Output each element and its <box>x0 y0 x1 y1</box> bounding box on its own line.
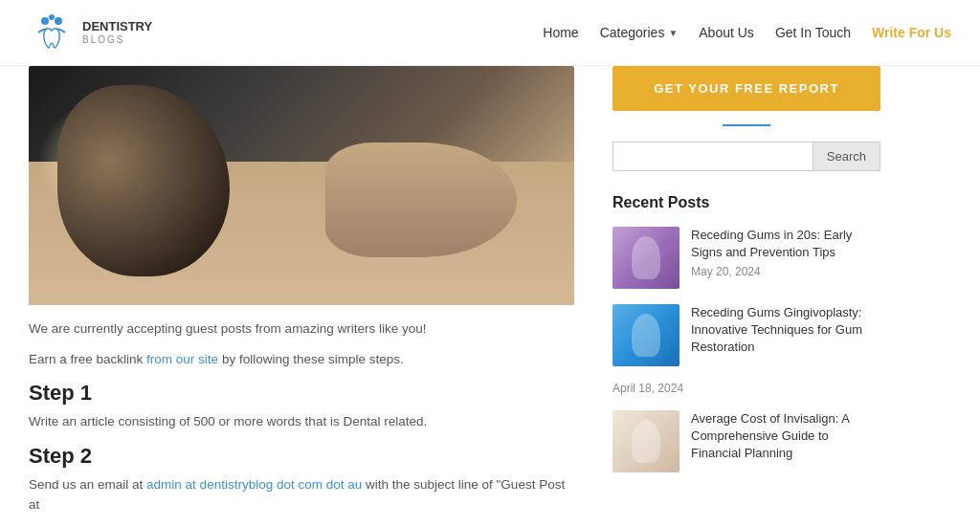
free-report-button[interactable]: GET YOUR FREE REPORT <box>612 66 880 111</box>
post-info-3: Average Cost of Invisalign: A Comprehens… <box>691 410 880 467</box>
post-date-2: April 18, 2024 <box>612 382 683 395</box>
search-input[interactable] <box>612 142 813 171</box>
intro-paragraph1: We are currently accepting guest posts f… <box>29 318 574 340</box>
backlink-link[interactable]: from our site <box>146 352 218 366</box>
step1-text: Write an article consisting of 500 or mo… <box>29 411 574 432</box>
step2-text: Send us an email at admin at dentistrybl… <box>29 474 574 516</box>
svg-point-2 <box>49 14 55 20</box>
post-title-2: Receding Gums Gingivoplasty: Innovative … <box>691 304 880 357</box>
nav-categories[interactable]: Categories ▼ <box>600 25 679 40</box>
step2-heading: Step 2 <box>29 444 574 469</box>
search-button[interactable]: Search <box>813 142 880 171</box>
nav-home[interactable]: Home <box>543 25 578 40</box>
light-flare <box>38 104 153 219</box>
post-inner-2: Receding Gums Gingivoplasty: Innovative … <box>612 304 880 366</box>
post-title-3: Average Cost of Invisalign: A Comprehens… <box>691 410 880 463</box>
logo-icon <box>29 10 75 55</box>
hero-image <box>29 66 574 305</box>
recent-post-2[interactable]: Receding Gums Gingivoplasty: Innovative … <box>612 304 880 395</box>
hand-detail <box>325 143 517 257</box>
step1-heading: Step 1 <box>29 381 574 406</box>
post-thumb-1 <box>612 227 679 289</box>
recent-post-1[interactable]: Receding Gums in 20s: Early Signs and Pr… <box>612 227 880 289</box>
nav-get-in-touch[interactable]: Get In Touch <box>775 25 851 40</box>
nav-write-for-us[interactable]: Write For Us <box>872 25 951 40</box>
recent-post-3[interactable]: Average Cost of Invisalign: A Comprehens… <box>612 410 880 472</box>
chevron-down-icon: ▼ <box>668 28 678 38</box>
intro-paragraph2: Earn a free backlink from our site by fo… <box>29 349 574 370</box>
search-row: Search <box>612 142 880 171</box>
svg-point-1 <box>55 17 62 25</box>
main-nav: Home Categories ▼ About Us Get In Touch … <box>543 25 951 40</box>
post-title-1: Receding Gums in 20s: Early Signs and Pr… <box>691 227 880 261</box>
svg-point-0 <box>41 17 49 25</box>
post-thumb-3 <box>612 410 679 472</box>
post-info-1: Receding Gums in 20s: Early Signs and Pr… <box>691 227 880 278</box>
post-date-1: May 20, 2024 <box>691 265 880 278</box>
sidebar: GET YOUR FREE REPORT Search Recent Posts… <box>593 66 900 527</box>
logo-sub: BLOGS <box>82 34 152 46</box>
content-area: We are currently accepting guest posts f… <box>0 66 593 527</box>
logo[interactable]: DENTISTRY BLOGS <box>29 10 152 55</box>
nav-about-us[interactable]: About Us <box>699 25 754 40</box>
logo-name: DENTISTRY <box>82 19 152 34</box>
post-info-2: Receding Gums Gingivoplasty: Innovative … <box>691 304 880 366</box>
post-thumb-2 <box>612 304 679 366</box>
main-layout: We are currently accepting guest posts f… <box>0 66 980 527</box>
site-header: DENTISTRY BLOGS Home Categories ▼ About … <box>0 0 980 66</box>
recent-posts-title: Recent Posts <box>612 194 880 211</box>
divider <box>723 124 770 126</box>
email-address: admin at dentistryblog dot com dot au <box>146 477 362 492</box>
